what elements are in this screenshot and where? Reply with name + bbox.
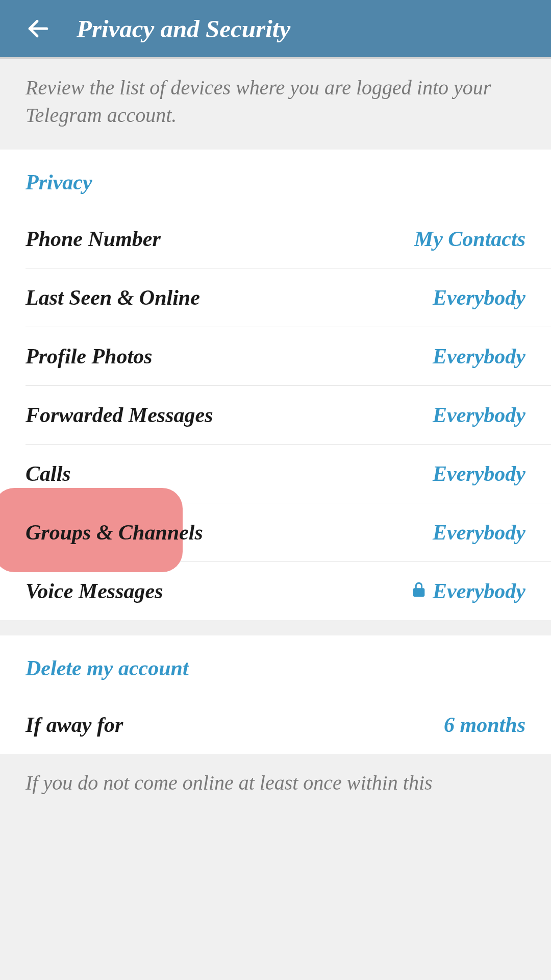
row-label: Phone Number xyxy=(26,227,161,251)
page-title: Privacy and Security xyxy=(77,14,290,43)
row-label: Voice Messages xyxy=(26,579,163,603)
row-label: If away for xyxy=(26,713,123,737)
privacy-row-voice-messages[interactable]: Voice Messages Everybody xyxy=(0,562,551,620)
row-value: My Contacts xyxy=(414,227,525,251)
section-gap xyxy=(0,620,551,635)
row-value-text: Everybody xyxy=(433,579,525,603)
privacy-row-last-seen[interactable]: Last Seen & Online Everybody xyxy=(0,268,551,327)
privacy-row-phone-number[interactable]: Phone Number My Contacts xyxy=(0,210,551,268)
privacy-row-forwarded-messages[interactable]: Forwarded Messages Everybody xyxy=(0,386,551,444)
back-button[interactable] xyxy=(26,16,51,41)
row-value: Everybody xyxy=(433,285,525,310)
privacy-row-profile-photos[interactable]: Profile Photos Everybody xyxy=(0,327,551,385)
lock-icon xyxy=(410,579,428,603)
delete-account-header: Delete my account xyxy=(0,635,551,696)
row-value: 6 months xyxy=(444,713,525,737)
row-value: Everybody xyxy=(410,579,525,603)
row-label: Groups & Channels xyxy=(26,520,203,545)
devices-info-text: Review the list of devices where you are… xyxy=(0,59,551,150)
delete-row-if-away[interactable]: If away for 6 months xyxy=(0,696,551,754)
row-value: Everybody xyxy=(433,520,525,545)
row-label: Forwarded Messages xyxy=(26,403,213,427)
privacy-section: Privacy Phone Number My Contacts Last Se… xyxy=(0,150,551,620)
row-value: Everybody xyxy=(433,461,525,486)
row-value: Everybody xyxy=(433,344,525,369)
row-label: Last Seen & Online xyxy=(26,285,200,310)
row-label: Calls xyxy=(26,461,71,486)
delete-info-text: If you do not come online at least once … xyxy=(0,754,551,812)
privacy-section-header: Privacy xyxy=(0,150,551,210)
delete-account-section: Delete my account If away for 6 months xyxy=(0,635,551,754)
privacy-row-groups-channels[interactable]: Groups & Channels Everybody xyxy=(0,503,551,561)
row-label: Profile Photos xyxy=(26,344,153,369)
header: Privacy and Security xyxy=(0,0,551,57)
row-value: Everybody xyxy=(433,403,525,427)
